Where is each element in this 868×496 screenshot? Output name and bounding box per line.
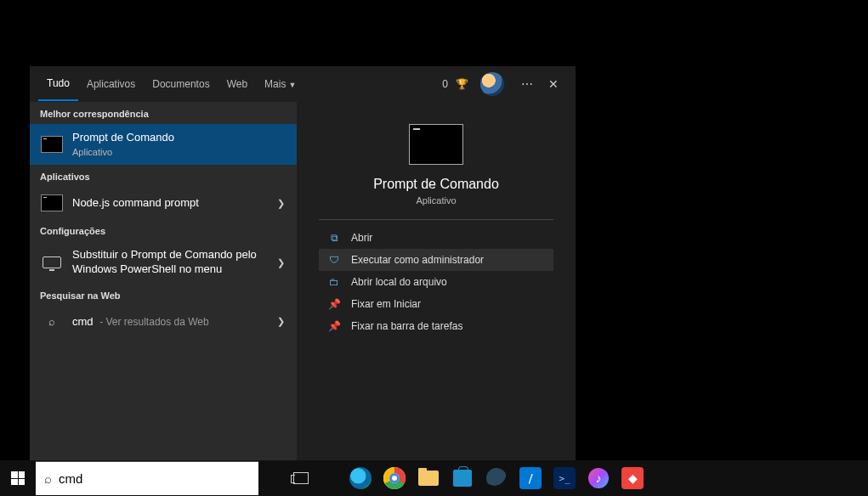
taskbar-app-itunes[interactable]: ♪	[582, 460, 616, 496]
action-label: Executar como administrador	[351, 254, 484, 266]
cmd-icon	[40, 135, 64, 154]
folder-icon: 🗀	[326, 276, 343, 288]
taskbar-app-edge[interactable]	[343, 460, 377, 496]
store-icon	[451, 467, 474, 489]
cmd-icon	[40, 194, 64, 212]
pin-icon: 📌	[326, 320, 343, 332]
result-web-cmd[interactable]: ⌕ cmd - Ver resultados da Web ❯	[30, 306, 297, 338]
result-best-match[interactable]: Prompt de Comando Aplicativo	[30, 124, 297, 165]
folder-icon	[417, 467, 440, 489]
chevron-down-icon: ▼	[288, 81, 296, 89]
taskbar-app-steam[interactable]	[479, 460, 513, 496]
taskbar-search[interactable]: ⌕	[36, 461, 258, 495]
action-label: Fixar em Iniciar	[351, 298, 421, 310]
cmd-large-icon	[409, 124, 463, 165]
taskbar-app-vscode[interactable]: ⧸	[513, 460, 547, 496]
panel-body: Melhor correspondência Prompt de Comando…	[30, 102, 576, 460]
result-title: Prompt de Comando	[72, 131, 286, 145]
result-title: Node.js command prompt	[72, 196, 286, 211]
results-column: Melhor correspondência Prompt de Comando…	[30, 102, 297, 460]
taskbar-app-anydesk[interactable]: ◆	[616, 460, 650, 496]
pin-icon: 📌	[326, 298, 343, 310]
rewards-count: 0	[442, 78, 448, 90]
more-menu-button[interactable]: ⋯	[514, 77, 540, 91]
action-label: Abrir	[351, 232, 372, 244]
taskbar: ⌕ ⧸ >_ ♪ ◆	[0, 460, 868, 496]
tab-all[interactable]: Tudo	[38, 67, 78, 101]
tab-more[interactable]: Mais▼	[256, 68, 304, 100]
chevron-right-icon: ❯	[277, 198, 285, 209]
result-title: cmd	[72, 315, 94, 328]
tab-apps[interactable]: Aplicativos	[78, 68, 144, 100]
result-subtitle: Aplicativo	[72, 146, 286, 158]
taskbar-app-powershell[interactable]: >_	[547, 460, 582, 496]
preview-subtitle: Aplicativo	[319, 195, 553, 206]
start-button[interactable]	[0, 460, 36, 496]
search-icon: ⌕	[40, 313, 64, 331]
windows-icon	[11, 471, 25, 485]
divider	[319, 219, 553, 220]
result-app-nodejs[interactable]: Node.js command prompt ❯	[30, 187, 297, 219]
action-open-location[interactable]: 🗀 Abrir local do arquivo	[319, 271, 553, 293]
steam-icon	[486, 468, 507, 488]
result-subtitle: - Ver resultados da Web	[99, 316, 209, 328]
search-tabs: Tudo Aplicativos Documentos Web Mais▼ 0 …	[30, 66, 576, 102]
chevron-right-icon: ❯	[277, 316, 285, 327]
edge-icon	[349, 467, 372, 489]
taskbar-app-store[interactable]	[445, 460, 479, 496]
rewards-icon[interactable]: 🏆	[453, 76, 470, 93]
action-pin-start[interactable]: 📌 Fixar em Iniciar	[319, 293, 553, 315]
taskbar-app-chrome[interactable]	[377, 460, 411, 496]
best-match-header: Melhor correspondência	[30, 102, 297, 124]
search-input[interactable]	[59, 471, 250, 486]
itunes-icon: ♪	[588, 468, 609, 488]
result-setting-powershell[interactable]: Substituir o Prompt de Comando pelo Wind…	[30, 241, 297, 284]
powershell-icon: >_	[553, 467, 576, 489]
action-label: Fixar na barra de tarefas	[351, 320, 462, 332]
monitor-icon	[40, 253, 64, 272]
preview-actions: ⧉ Abrir 🛡 Executar como administrador 🗀 …	[319, 227, 553, 337]
admin-icon: 🛡	[326, 254, 343, 266]
start-search-panel: Tudo Aplicativos Documentos Web Mais▼ 0 …	[30, 66, 576, 460]
vscode-icon: ⧸	[519, 467, 542, 489]
web-header: Pesquisar na Web	[30, 284, 297, 306]
open-icon: ⧉	[326, 232, 343, 244]
apps-header: Aplicativos	[30, 165, 297, 187]
preview-title: Prompt de Comando	[319, 177, 553, 192]
tab-web[interactable]: Web	[218, 68, 256, 100]
taskview-icon	[293, 472, 309, 484]
result-title: Substituir o Prompt de Comando pelo Wind…	[72, 248, 286, 277]
chrome-icon	[383, 467, 406, 489]
search-icon: ⌕	[44, 471, 52, 486]
action-open[interactable]: ⧉ Abrir	[319, 227, 553, 249]
tab-documents[interactable]: Documentos	[144, 68, 218, 100]
preview-column: Prompt de Comando Aplicativo ⧉ Abrir 🛡 E…	[297, 102, 576, 460]
action-pin-taskbar[interactable]: 📌 Fixar na barra de tarefas	[319, 315, 553, 337]
chevron-right-icon: ❯	[277, 257, 285, 268]
user-avatar[interactable]	[480, 72, 504, 96]
settings-header: Configurações	[30, 219, 297, 241]
action-label: Abrir local do arquivo	[351, 276, 447, 288]
action-run-admin[interactable]: 🛡 Executar como administrador	[319, 249, 553, 271]
anydesk-icon: ◆	[621, 467, 644, 489]
taskbar-app-explorer[interactable]	[411, 460, 445, 496]
task-view-button[interactable]	[284, 460, 318, 496]
close-button[interactable]: ✕	[540, 72, 567, 96]
